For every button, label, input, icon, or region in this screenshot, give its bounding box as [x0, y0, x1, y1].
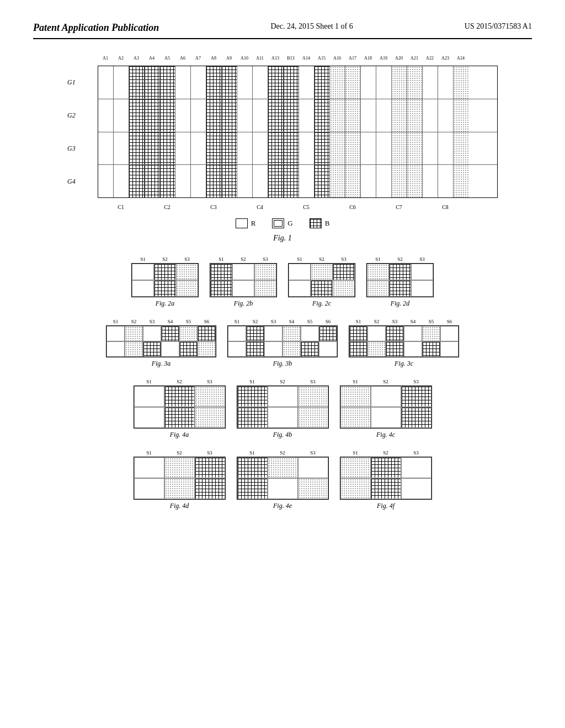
legend-r-label: R — [251, 219, 256, 228]
fig3a: S1 S2 S3 S4 S5 S6 — [106, 319, 216, 368]
legend-r-box — [236, 218, 248, 228]
main-grid — [98, 66, 498, 198]
header-date-sheet: Dec. 24, 2015 Sheet 1 of 6 — [270, 22, 353, 31]
figure-4-top-row: S1 S2 S3 Fig. 4a — [33, 379, 532, 439]
fig2a: S1 S2 S3 Fig. 2a — [131, 256, 199, 308]
fig2b: S1 S2 S3 Fig. 2b — [210, 256, 277, 308]
fig4f: S1 S2 S3 Fig. 4f — [340, 450, 432, 510]
fig4c: S1 S2 S3 Fig. 4c — [340, 379, 432, 439]
legend-g: G — [272, 218, 292, 228]
header-title: Patent Application Publication — [33, 22, 159, 34]
fig3c-caption: Fig. 3c — [395, 360, 413, 368]
figure-3-row: S1 S2 S3 S4 S5 S6 — [33, 319, 532, 368]
figure-2-row: S1 S2 S3 Fig. 2a — [33, 256, 532, 308]
fig4a: S1 S2 S3 Fig. 4a — [134, 379, 226, 439]
fig3b-caption: Fig. 3b — [273, 360, 292, 368]
row-labels: G1 G2 G3 G4 — [67, 66, 95, 198]
fig4e-caption: Fig. 4e — [273, 502, 292, 510]
col-headers: A1 A2 A3 A4 A5 A6 A7 A8 A9 A10 A11 A13 B… — [98, 56, 498, 61]
fig3c: S1 S2 S3 S4 S5 S6 — [349, 319, 459, 368]
figure-4-bottom-row: S1 S2 S3 Fig. 4d — [33, 450, 532, 510]
legend-b: B — [310, 218, 330, 228]
fig4c-caption: Fig. 4c — [376, 431, 395, 439]
grid-row-4 — [98, 165, 497, 197]
fig1-caption: Fig. 1 — [273, 234, 291, 243]
fig2d-caption: Fig. 2d — [391, 299, 410, 308]
fig3b: S1 S2 S3 S4 S5 S6 — [227, 319, 338, 368]
fig4d: S1 S2 S3 Fig. 4d — [134, 450, 226, 510]
grid-row-2 — [98, 99, 497, 132]
fig2c-caption: Fig. 2c — [312, 299, 331, 308]
fig4a-caption: Fig. 4a — [170, 431, 189, 439]
fig3a-caption: Fig. 3a — [152, 360, 171, 368]
legend-g-label: G — [287, 219, 292, 228]
header-patent-number: US 2015/0371583 A1 — [465, 22, 532, 31]
legend-r: R — [236, 218, 256, 228]
fig4e: S1 S2 S3 Fig. 4e — [237, 450, 329, 510]
figure-1-diagram: A1 A2 A3 A4 A5 A6 A7 A8 A9 A10 A11 A13 B… — [67, 56, 498, 210]
figure-1-container: A1 A2 A3 A4 A5 A6 A7 A8 A9 A10 A11 A13 B… — [33, 56, 532, 251]
fig4f-caption: Fig. 4f — [377, 502, 395, 510]
bottom-col-labels: C1 C2 C3 C4 C5 C6 C7 C8 — [98, 204, 498, 210]
legend-g-box — [272, 218, 284, 228]
fig2b-caption: Fig. 2b — [234, 299, 253, 308]
page-header: Patent Application Publication Dec. 24, … — [33, 22, 532, 39]
fig4b: S1 S2 S3 Fig. 4b — [237, 379, 329, 439]
grid-row-1 — [98, 66, 497, 99]
fig4b-caption: Fig. 4b — [273, 431, 292, 439]
fig4d-caption: Fig. 4d — [170, 502, 189, 510]
legend-b-label: B — [325, 219, 330, 228]
figure-1-legend: R G B — [236, 218, 330, 228]
fig2c: S1 S2 S3 Fig. 2c — [288, 256, 355, 308]
grid-row-3 — [98, 132, 497, 165]
fig2d: S1 S2 S3 Fig. 2d — [366, 256, 434, 308]
legend-b-box — [310, 218, 322, 228]
fig2a-caption: Fig. 2a — [156, 299, 175, 308]
